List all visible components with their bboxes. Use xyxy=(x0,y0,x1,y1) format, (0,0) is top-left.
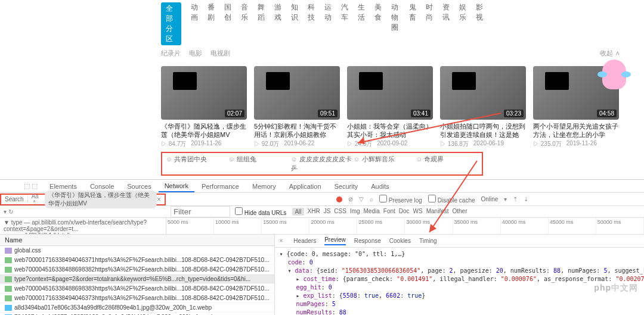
devtools-tab-memory[interactable]: Memory xyxy=(246,181,282,192)
throttling-select[interactable]: Online xyxy=(481,196,499,202)
video-title[interactable]: 5分钟幻影教程！淘淘干货不用话！京剧系小姐姐教你 xyxy=(254,122,340,139)
search-result-tree[interactable]: ▼ type — api.bilibili.com/x/web-interfac… xyxy=(0,218,166,234)
json-line[interactable]: ▸ exp_list: {5508: true, 6602: true} xyxy=(280,292,644,300)
devtools-tab-console[interactable]: Console xyxy=(84,181,120,192)
json-line[interactable]: code: 0 xyxy=(280,258,644,267)
tab-anime[interactable]: 动画 xyxy=(191,2,198,45)
chevron-down-icon[interactable]: ▾ xyxy=(504,196,507,202)
tab-tech[interactable]: 科技 xyxy=(308,2,315,45)
video-title[interactable]: 小姐姐：我等会穿（温柔向）其实小哥：我太感动 xyxy=(347,122,433,139)
filter-input[interactable] xyxy=(171,206,230,217)
request-row[interactable]: web700004516338488698382https%3A%2F%2Fse… xyxy=(0,265,274,275)
download-icon[interactable]: ⇣ xyxy=(524,196,528,202)
tab-animal[interactable]: 动物圈 xyxy=(391,2,400,45)
json-line[interactable]: ▸ cost_time: {params_check: "0.001491", … xyxy=(280,275,644,283)
video-thumbnail[interactable]: 03:41 xyxy=(347,66,433,120)
tab-all[interactable]: 全部分区 xyxy=(161,2,181,45)
video-thumbnail[interactable]: 03:23 xyxy=(440,66,526,120)
devtools-tab-application[interactable]: Application xyxy=(283,181,327,192)
tab-ent[interactable]: 娱乐 xyxy=(459,2,466,45)
request-row[interactable]: global.css xyxy=(0,246,274,255)
tab-bangumi[interactable]: 番剧 xyxy=(208,2,215,45)
request-row[interactable]: a8d3494ba017e806c3534a99df8c286f809e4b1.… xyxy=(0,303,274,313)
filter-type-media[interactable]: Media xyxy=(364,208,380,216)
video-title[interactable]: 小姐姐拍随口哼两句，没想到引发追更连续自娱！这是她 xyxy=(440,122,526,139)
author-cell[interactable]: 皮皮皮皮皮皮皮卡乒 xyxy=(291,155,354,173)
name-column-header[interactable]: Name xyxy=(0,235,274,246)
json-line[interactable]: numPages: 5 xyxy=(280,300,644,308)
video-thumbnail[interactable]: 09:51 xyxy=(254,66,340,120)
filter-type-font[interactable]: Font xyxy=(383,208,395,216)
request-row[interactable]: web700001716338494046371https%3A%2F%2Fse… xyxy=(0,255,274,265)
devtools-tab-security[interactable]: Security xyxy=(329,181,364,192)
author-cell[interactable]: 组组兔 xyxy=(228,155,291,173)
filter-type-xhr[interactable]: XHR xyxy=(308,208,320,216)
author-cell[interactable]: 小辉辉音乐 xyxy=(353,155,416,173)
video-card[interactable]: 03:23 小姐姐拍随口哼两句，没想到引发追更连续自娱！这是她 136.8万20… xyxy=(440,66,526,148)
search-options[interactable]: Aa .* xyxy=(28,193,45,206)
video-card[interactable]: 02:07 《华胥引》随风轻逸，缓步生莲（绝美华胥小姐姐MV 84.7万2019… xyxy=(161,66,247,148)
search-chip[interactable]: 《华胥引》随风轻逸，缓步生莲（绝美华胥小姐姐MV xyxy=(45,191,157,208)
json-line[interactable]: egg_hit: 0 xyxy=(280,283,644,292)
preview-tab-headers[interactable]: Headers xyxy=(293,238,316,244)
request-row[interactable]: 784607de4c4d0377a1585f3123a8c8c1c6d51bf4… xyxy=(0,313,274,315)
tab-sport[interactable]: 运动 xyxy=(324,2,332,45)
preview-tab-preview[interactable]: Preview xyxy=(324,236,346,245)
preserve-log-checkbox[interactable]: Preserve log xyxy=(379,195,422,204)
network-timeline[interactable]: 5000 ms10000 ms15000 ms20000 ms25000 ms3… xyxy=(166,218,644,234)
preview-tab-cookies[interactable]: Cookies xyxy=(389,238,411,244)
tab-news[interactable]: 资讯 xyxy=(442,2,450,45)
request-row[interactable]: web700001716338494046373https%3A%2F%2Fse… xyxy=(0,294,274,303)
tab-car[interactable]: 汽车 xyxy=(341,2,348,45)
clear-icon[interactable]: ⊘ xyxy=(348,196,353,202)
filter-type-css[interactable]: CSS xyxy=(334,208,346,216)
filter-type-js[interactable]: JS xyxy=(324,208,331,216)
tab-life[interactable]: 生活 xyxy=(358,2,365,45)
json-preview[interactable]: ▾ {code: 0, message: "0", ttl: 1,…}code:… xyxy=(275,248,644,315)
filter-type-all[interactable]: All xyxy=(292,208,304,216)
hide-data-urls-checkbox[interactable]: Hide data URLs xyxy=(235,207,286,216)
upload-icon[interactable]: ⇡ xyxy=(513,196,518,202)
tab-knowledge[interactable]: 知识 xyxy=(291,2,298,45)
tab-dance[interactable]: 舞蹈 xyxy=(258,2,265,45)
json-line[interactable]: ▾ {code: 0, message: "0", ttl: 1,…} xyxy=(280,250,644,258)
video-card[interactable]: 09:51 5分钟幻影教程！淘淘干货不用话！京剧系小姐姐教你 92.0万2019… xyxy=(254,66,340,148)
filter-type-ws[interactable]: WS xyxy=(413,208,423,216)
json-line[interactable]: numResults: 88 xyxy=(280,308,644,315)
close-icon[interactable]: × xyxy=(157,195,161,204)
tab-fashion[interactable]: 时尚 xyxy=(426,2,433,45)
devtools-tab-elements[interactable]: Elements xyxy=(44,181,83,192)
video-title[interactable]: 《华胥引》随风轻逸，缓步生莲（绝美华胥小姐姐MV xyxy=(161,122,247,139)
filter-type-manifest[interactable]: Manifest xyxy=(426,208,449,216)
tab-game[interactable]: 游戏 xyxy=(274,2,281,45)
devtools-tab-sources[interactable]: Sources xyxy=(121,181,157,192)
filter-type-other[interactable]: Other xyxy=(453,208,467,216)
video-title[interactable]: 两个小哥望见用关光追女孩子方法，让坐在您上的小学 xyxy=(533,122,619,139)
request-row[interactable]: type?context=&page=2&order=totalrank&key… xyxy=(0,275,274,284)
preview-tab-timing[interactable]: Timing xyxy=(419,238,437,244)
preview-tab-response[interactable]: Response xyxy=(354,238,381,244)
json-line[interactable]: ▾ data: {seid: "15063038530066836054", p… xyxy=(280,267,644,275)
sub-tv[interactable]: 电视剧 xyxy=(210,49,230,58)
devtools-tab-performance[interactable]: Performance xyxy=(196,181,245,192)
devtools-tab-network[interactable]: Network xyxy=(159,180,194,192)
filter-type-doc[interactable]: Doc xyxy=(399,208,410,216)
filter-type-img[interactable]: Img xyxy=(350,208,360,216)
tab-kichiku[interactable]: 鬼畜 xyxy=(409,2,416,45)
sub-documentary[interactable]: 纪录片 xyxy=(161,49,181,58)
devtools-tab-audits[interactable]: Audits xyxy=(365,181,395,192)
collapse-toggle[interactable]: 收起 ∧ xyxy=(600,49,620,58)
filter-icon[interactable]: ▽ xyxy=(359,196,364,202)
tab-food[interactable]: 美食 xyxy=(374,2,382,45)
tab-music[interactable]: 音乐 xyxy=(241,2,248,45)
search-icon[interactable]: ⌕ xyxy=(370,196,373,202)
disable-cache-checkbox[interactable]: Disable cache xyxy=(428,195,475,204)
tab-guochuang[interactable]: 国创 xyxy=(224,2,231,45)
author-cell[interactable]: 共青团中央 xyxy=(166,155,228,173)
author-cell[interactable]: 奇观界 xyxy=(416,155,478,173)
sub-movie[interactable]: 电影 xyxy=(189,49,202,58)
video-thumbnail[interactable]: 02:07 xyxy=(161,66,247,120)
video-card[interactable]: 03:41 小姐姐：我等会穿（温柔向）其实小哥：我太感动 24.0万2020-0… xyxy=(347,66,433,148)
tab-movie[interactable]: 影视 xyxy=(476,2,483,45)
request-row[interactable]: web700004516338488698383https%3A%2F%2Fse… xyxy=(0,284,274,294)
